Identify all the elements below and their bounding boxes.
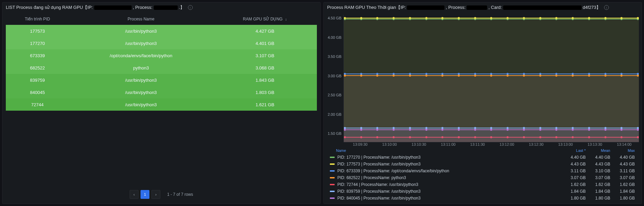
table-row[interactable]: 72744/usr/bin/python31.621 GB bbox=[6, 98, 317, 111]
col-name[interactable]: Process Name bbox=[69, 14, 213, 25]
plot-area[interactable]: 4.50 GB4.00 GB3.50 GB3.00 GB2.50 GB2.00 … bbox=[326, 15, 639, 142]
cell-ram: 1.803 GB bbox=[213, 86, 317, 98]
table-title-suffix: .】 bbox=[179, 5, 185, 10]
table-row[interactable]: 177270/usr/bin/python34.401 GB bbox=[6, 37, 317, 49]
legend-label: PID: 177270 | ProcessName: /usr/bin/pyth… bbox=[337, 155, 561, 160]
table-row[interactable]: 682522python33.068 GB bbox=[6, 62, 317, 74]
sort-desc-icon: ↓ bbox=[285, 17, 287, 21]
legend-max: 3.07 GB bbox=[610, 175, 635, 180]
legend-col-max[interactable]: Max bbox=[610, 148, 635, 153]
pager-rows-text: 1 - 7 of 7 rows bbox=[167, 192, 193, 197]
cell-name: /opt/conda/envs/face/bin/python bbox=[69, 49, 213, 62]
pager-page-1[interactable]: 1 bbox=[141, 190, 149, 199]
redacted-ip bbox=[94, 5, 132, 10]
legend-label: PID: 72744 | ProcessName: /usr/bin/pytho… bbox=[337, 182, 561, 187]
x-tick: 13:14:00 bbox=[610, 142, 639, 146]
chart-panel-header: Process RAM GPU Theo Thời gian【IP: , Pro… bbox=[324, 2, 642, 13]
legend-max: 3.11 GB bbox=[610, 169, 635, 173]
y-axis: 4.50 GB4.00 GB3.50 GB3.00 GB2.50 GB2.00 … bbox=[326, 15, 343, 142]
table-title-prefix: LIST Process đang sử dụng RAM GPU【IP: bbox=[6, 5, 94, 10]
redacted-card bbox=[503, 5, 582, 10]
cell-name: /usr/bin/python3 bbox=[69, 86, 213, 98]
legend-mean: 4.40 GB bbox=[586, 155, 610, 160]
x-tick: 13:12:00 bbox=[492, 142, 522, 146]
cell-ram: 3.107 GB bbox=[213, 49, 317, 62]
y-tick: 2.50 GB bbox=[326, 93, 341, 97]
series-line[interactable] bbox=[344, 128, 639, 128]
chart-title-mid2: , Card: bbox=[488, 5, 503, 10]
plot[interactable] bbox=[343, 15, 639, 142]
series-line[interactable] bbox=[344, 75, 639, 76]
table-row[interactable]: 673339/opt/conda/envs/face/bin/python3.1… bbox=[6, 49, 317, 62]
legend-last: 1.84 GB bbox=[561, 189, 586, 194]
legend-label: PID: 177573 | ProcessName: /usr/bin/pyth… bbox=[337, 162, 561, 167]
cell-name: /usr/bin/python3 bbox=[69, 98, 213, 111]
table-title-mid: , Process: bbox=[133, 5, 153, 10]
cell-name: /usr/bin/python3 bbox=[69, 37, 213, 49]
y-tick: 4.00 GB bbox=[326, 35, 341, 39]
legend-label: PID: 682522 | ProcessName: python3 bbox=[337, 175, 561, 180]
info-icon[interactable]: i bbox=[188, 5, 193, 10]
y-tick: 4.50 GB bbox=[326, 16, 341, 20]
legend-row[interactable]: PID: 177573 | ProcessName: /usr/bin/pyth… bbox=[327, 161, 638, 168]
legend-row[interactable]: PID: 673339 | ProcessName: /opt/conda/en… bbox=[327, 168, 638, 174]
legend-label: PID: 673339 | ProcessName: /opt/conda/en… bbox=[337, 169, 561, 173]
legend-label: PID: 839759 | ProcessName: /usr/bin/pyth… bbox=[337, 189, 561, 194]
legend-last: 3.07 GB bbox=[561, 175, 586, 180]
table-row[interactable]: 840045/usr/bin/python31.803 GB bbox=[6, 86, 317, 98]
legend-row[interactable]: PID: 840045 | ProcessName: /usr/bin/pyth… bbox=[327, 195, 638, 202]
legend-col-last[interactable]: Last * bbox=[561, 148, 586, 153]
legend-row[interactable]: PID: 682522 | ProcessName: python33.07 G… bbox=[327, 174, 638, 181]
legend-row[interactable]: PID: 72744 | ProcessName: /usr/bin/pytho… bbox=[327, 181, 638, 188]
info-icon[interactable]: i bbox=[604, 5, 609, 10]
table-row[interactable]: 839759/usr/bin/python31.843 GB bbox=[6, 74, 317, 86]
legend-max: 4.43 GB bbox=[610, 162, 635, 167]
legend-mean: 1.62 GB bbox=[586, 182, 610, 187]
legend-last: 3.11 GB bbox=[561, 169, 586, 173]
series-line[interactable] bbox=[344, 74, 639, 74]
cell-ram: 1.621 GB bbox=[213, 98, 317, 111]
pager-prev-button[interactable]: ‹ bbox=[130, 190, 138, 199]
legend-col-name[interactable]: Name bbox=[336, 148, 561, 153]
pager: ‹ 1 › 1 - 7 of 7 rows bbox=[6, 187, 317, 204]
col-pid[interactable]: Tiến trình PID bbox=[6, 14, 69, 25]
cell-pid: 682522 bbox=[6, 62, 69, 74]
legend-swatch bbox=[330, 184, 335, 185]
legend-last: 4.43 GB bbox=[561, 162, 586, 167]
process-table-panel: LIST Process đang sử dụng RAM GPU【IP: , … bbox=[2, 2, 321, 204]
table-row[interactable]: 177573/usr/bin/python34.427 GB bbox=[6, 25, 317, 37]
chart-title-mid1: , Process: bbox=[446, 5, 467, 10]
x-axis: 13:09:3013:10:0013:10:3013:11:0013:11:30… bbox=[326, 142, 639, 146]
legend-last: 1.80 GB bbox=[561, 196, 586, 201]
legend-mean: 1.84 GB bbox=[586, 189, 610, 194]
legend: Name Last * Mean Max PID: 177270 | Proce… bbox=[326, 146, 639, 202]
legend-mean: 1.80 GB bbox=[586, 196, 610, 201]
cell-ram: 3.068 GB bbox=[213, 62, 317, 74]
col-ram[interactable]: RAM GPU SỬ DỤNG ↓ bbox=[213, 14, 317, 25]
cell-pid: 177270 bbox=[6, 37, 69, 49]
legend-header: Name Last * Mean Max bbox=[327, 147, 638, 154]
series-line[interactable] bbox=[344, 18, 639, 18]
legend-row[interactable]: PID: 839759 | ProcessName: /usr/bin/pyth… bbox=[327, 188, 638, 195]
legend-mean: 4.43 GB bbox=[586, 162, 610, 167]
cell-pid: 72744 bbox=[6, 98, 69, 111]
legend-mean: 3.10 GB bbox=[586, 169, 610, 173]
legend-last: 1.62 GB bbox=[561, 182, 586, 187]
cell-name: /usr/bin/python3 bbox=[69, 74, 213, 86]
y-tick: 3.00 GB bbox=[326, 74, 341, 78]
x-tick: 13:10:30 bbox=[404, 142, 434, 146]
cell-name: python3 bbox=[69, 62, 213, 74]
series-line[interactable] bbox=[344, 129, 639, 130]
cell-pid: 673339 bbox=[6, 49, 69, 62]
chart-title-prefix: Process RAM GPU Theo Thời gian【IP: bbox=[327, 5, 407, 10]
y-tick: 2.00 GB bbox=[326, 112, 341, 116]
legend-swatch bbox=[330, 177, 335, 178]
legend-max: 1.80 GB bbox=[610, 196, 635, 201]
pager-next-button[interactable]: › bbox=[151, 190, 160, 199]
legend-col-mean[interactable]: Mean bbox=[586, 148, 610, 153]
cell-ram: 1.843 GB bbox=[213, 74, 317, 86]
legend-swatch bbox=[330, 157, 335, 158]
legend-row[interactable]: PID: 177270 | ProcessName: /usr/bin/pyth… bbox=[327, 154, 638, 161]
legend-last: 4.40 GB bbox=[561, 155, 586, 160]
chart-title-code: d4f273】 bbox=[583, 5, 601, 10]
